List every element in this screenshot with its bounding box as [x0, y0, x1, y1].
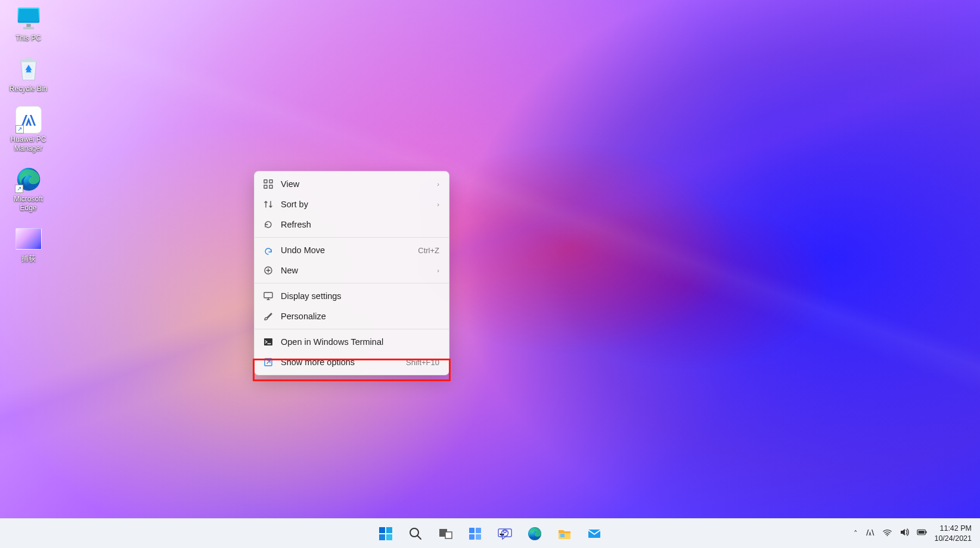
menu-item-shortcut: Ctrl+Z: [418, 246, 439, 255]
edge-icon: ↗: [15, 166, 42, 192]
menu-item-shortcut: Shift+F10: [406, 358, 439, 367]
chevron-right-icon: ›: [437, 267, 439, 274]
svg-point-30: [887, 535, 888, 536]
menu-item-label: Personalize: [281, 312, 439, 321]
svg-rect-4: [23, 27, 33, 30]
menu-item-label: Undo Move: [281, 245, 411, 255]
menu-separator: [255, 237, 449, 238]
menu-separator: [255, 283, 449, 284]
sort-icon: [263, 199, 274, 210]
clock-time: 11:42 PM: [934, 524, 972, 533]
chevron-right-icon: ›: [437, 201, 439, 208]
chevron-right-icon: ›: [437, 180, 439, 188]
svg-rect-15: [386, 527, 392, 533]
svg-rect-3: [26, 24, 30, 27]
taskbar-system-tray: ˄ 11:42 PM 10/24/2021: [854, 519, 974, 548]
menu-item-label: Display settings: [281, 291, 439, 301]
battery-icon[interactable]: [917, 527, 927, 540]
svg-rect-11: [264, 292, 272, 298]
menu-item-label: Sort by: [281, 200, 430, 209]
start-button[interactable]: [373, 521, 398, 546]
svg-rect-28: [560, 534, 565, 537]
edge-taskbar-button[interactable]: [522, 521, 547, 546]
expand-icon: [263, 357, 274, 368]
menu-item-personalize[interactable]: Personalize: [255, 306, 449, 326]
tray-overflow-button[interactable]: ˄: [854, 529, 858, 538]
menu-item-show-more-options[interactable]: Show more options Shift+F10: [255, 352, 449, 372]
menu-item-label: View: [281, 179, 430, 189]
taskview-button[interactable]: [433, 521, 458, 546]
shortcut-overlay-icon: ↗: [15, 185, 23, 193]
undo-icon: [263, 245, 274, 256]
taskbar: ˄ 11:42 PM 10/24/2021: [0, 518, 980, 548]
terminal-icon: [263, 337, 274, 347]
svg-rect-12: [264, 338, 272, 345]
svg-rect-17: [386, 534, 392, 540]
svg-rect-22: [476, 528, 481, 533]
recycle-bin-icon: [15, 56, 42, 82]
menu-item-new[interactable]: New ›: [255, 260, 449, 281]
file-explorer-button[interactable]: [552, 521, 577, 546]
desktop-icon-label: This PC: [15, 34, 41, 43]
svg-rect-16: [379, 534, 385, 540]
menu-item-refresh[interactable]: Refresh: [255, 214, 449, 235]
svg-rect-20: [445, 532, 452, 538]
svg-rect-21: [469, 528, 475, 533]
desktop-context-menu: View › Sort by › Refresh Undo Move Ctrl+…: [254, 171, 449, 375]
volume-icon[interactable]: [900, 527, 910, 540]
svg-rect-23: [469, 534, 475, 540]
huawei-tray-icon[interactable]: [865, 527, 875, 540]
desktop-wallpaper[interactable]: [0, 0, 980, 518]
svg-rect-6: [264, 180, 267, 183]
svg-rect-8: [264, 185, 267, 188]
desktop-icon-huawei-pc-manager[interactable]: ↗ Huawei PC Manager: [3, 104, 54, 155]
shortcut-overlay-icon: ↗: [15, 125, 24, 133]
menu-item-label: Refresh: [281, 220, 439, 229]
huawei-pc-manager-icon: ↗: [15, 107, 42, 133]
clock-date: 10/24/2021: [934, 534, 972, 543]
menu-separator: [255, 329, 449, 329]
svg-rect-9: [269, 185, 272, 188]
desktop-icon-label: 捕荻: [21, 254, 36, 263]
desktop-icon-recycle-bin[interactable]: Recycle Bin: [3, 54, 54, 96]
menu-item-display-settings[interactable]: Display settings: [255, 286, 449, 306]
refresh-icon: [263, 219, 274, 230]
svg-rect-24: [476, 534, 481, 540]
svg-rect-7: [269, 180, 272, 183]
widgets-button[interactable]: [463, 521, 488, 546]
menu-item-label: Open in Windows Terminal: [281, 337, 439, 347]
chat-button[interactable]: [492, 521, 517, 546]
search-button[interactable]: [403, 521, 428, 546]
mail-button[interactable]: [582, 521, 607, 546]
svg-rect-14: [379, 527, 385, 533]
desktop-icon-label: Huawei PC Manager: [5, 135, 52, 153]
menu-item-open-windows-terminal[interactable]: Open in Windows Terminal: [255, 332, 449, 352]
brush-icon: [263, 311, 274, 322]
taskbar-center-group: [373, 521, 607, 546]
desktop-icon-this-pc[interactable]: This PC: [3, 3, 54, 45]
desktop-icon-label: Microsoft Edge: [5, 195, 52, 213]
svg-rect-32: [926, 531, 927, 533]
desktop-icon-capture-tool[interactable]: 捕荻: [3, 223, 54, 266]
desktop-icons-column: This PC Recycle Bin ↗ Huawei PC Manager …: [3, 3, 54, 266]
svg-rect-33: [919, 531, 925, 534]
image-thumbnail-icon: [15, 226, 42, 252]
grid-icon: [263, 179, 274, 189]
menu-item-view[interactable]: View ›: [255, 174, 449, 194]
taskbar-clock[interactable]: 11:42 PM 10/24/2021: [934, 524, 974, 543]
monitor-icon: [15, 5, 42, 32]
desktop-icon-microsoft-edge[interactable]: ↗ Microsoft Edge: [3, 164, 54, 215]
menu-item-undo-move[interactable]: Undo Move Ctrl+Z: [255, 240, 449, 260]
menu-item-label: Show more options: [281, 357, 399, 367]
wifi-icon[interactable]: [882, 527, 892, 540]
new-icon: [263, 265, 274, 276]
desktop-icon-label: Recycle Bin: [10, 85, 47, 94]
display-icon: [263, 291, 274, 301]
menu-item-label: New: [281, 266, 430, 275]
svg-rect-2: [18, 9, 38, 21]
menu-item-sort-by[interactable]: Sort by ›: [255, 194, 449, 214]
